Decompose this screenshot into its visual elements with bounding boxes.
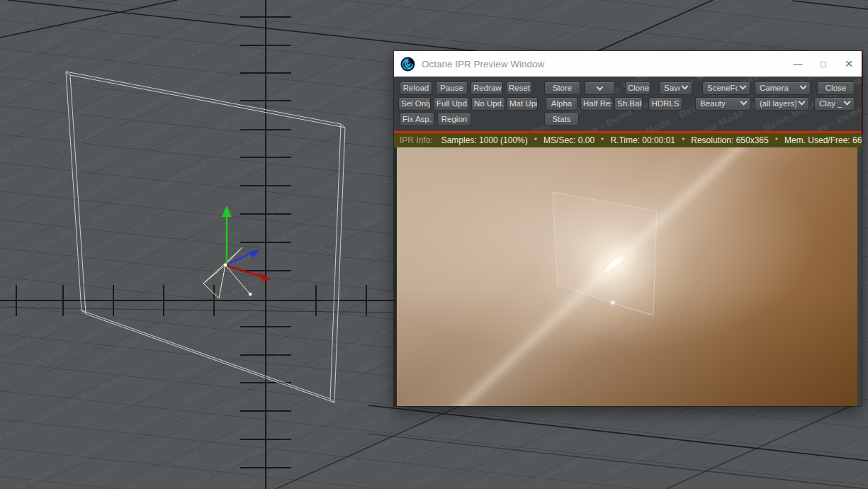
chevron-down-icon [799,99,806,106]
reset-button[interactable]: Reset [506,82,532,95]
no-update-button[interactable]: No Upd. [471,97,505,111]
render-preview[interactable] [397,147,857,406]
chevron-down-icon [740,83,747,90]
camera-dropdown[interactable]: Camera [755,82,811,95]
alpha-button[interactable]: Alpha [546,97,577,111]
reload-button[interactable]: Reload [400,82,432,95]
plane-wireframe[interactable] [66,72,345,403]
chevron-down-icon [597,84,604,91]
redraw-button[interactable]: Redraw [470,82,503,95]
sel-only-button[interactable]: Sel Only [398,97,431,111]
fix-aspect-button[interactable]: Fix Asp. [400,113,434,126]
panel-edge-accent [862,51,863,135]
ipr-info-bar: IPR Info: Samples: 1000 (100%) * MS/Sec:… [394,131,862,147]
mssec-stat: MS/Sec: 0.00 [543,135,594,145]
specular-dot [611,301,614,304]
region-button[interactable]: Region [437,113,471,126]
clay-mode-dropdown[interactable]: Clay _ [814,97,855,111]
chevron-down-icon [800,83,807,90]
octane-logo-icon [400,57,415,72]
chevron-down-icon [844,99,851,106]
ipr-info-label: IPR Info: [400,135,433,145]
store-button[interactable]: Store [544,82,580,95]
origin-handle[interactable] [224,264,227,266]
window-body: Demo Mode - Demo Mode - Demo Mode - Demo… [394,77,862,406]
resolution-stat: Resolution: 650x365 [691,135,768,145]
samples-stat: Samples: 1000 (100%) [441,135,528,145]
screen: Demo Mode - Demo Mode - Demo Mode - Demo… [0,0,868,489]
scene-focus-dropdown[interactable]: SceneFoc_ [702,82,750,95]
chevron-down-icon [682,83,689,90]
window-controls: — □ × [785,51,862,77]
mat-update-button[interactable]: Mat Upd [507,97,538,111]
window-title: Octane IPR Preview Window [422,59,785,69]
y-axis-arrow[interactable] [222,206,232,264]
pause-button[interactable]: Pause [436,82,468,95]
stats-button[interactable]: Stats [544,113,579,126]
x-axis-line [0,285,394,316]
chevron-down-icon [740,99,748,106]
save-dropdown[interactable]: Save _ [659,82,692,95]
z-axis-arrow[interactable] [225,249,261,265]
close-button[interactable]: Close [817,82,855,95]
y-axis-line [240,0,291,489]
memory-stat: Mem. Used/Free: 662/6010 [784,135,862,145]
half-res-button[interactable]: Half Res [580,97,612,111]
full-update-button[interactable]: Full Upd. [434,97,469,111]
close-window-button[interactable]: × [836,51,862,77]
hdrls-button[interactable]: HDRLS [648,97,682,111]
maximize-button[interactable]: □ [811,51,836,77]
store-menu-button[interactable] [585,82,615,95]
octane-ipr-window[interactable]: Octane IPR Preview Window — □ × Demo Mod… [394,51,862,406]
shader-ball-button[interactable]: Sh.Ball [614,97,643,111]
rtime-stat: R.Time: 00:00:01 [610,135,675,145]
minimize-button[interactable]: — [785,51,811,77]
layers-dropdown[interactable]: (all layers) [755,97,809,111]
render-pass-dropdown[interactable]: Beauty [695,97,751,111]
clone-button[interactable]: Clone [625,82,650,95]
title-bar[interactable]: Octane IPR Preview Window — □ × [394,51,862,77]
